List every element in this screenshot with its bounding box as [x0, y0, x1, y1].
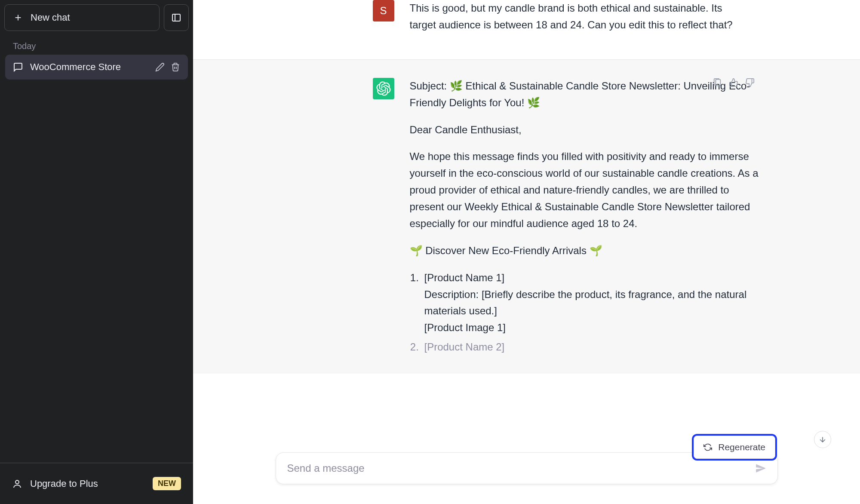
- assistant-body: We hope this message finds you filled wi…: [410, 148, 763, 232]
- feedback-actions: [713, 78, 755, 87]
- arrow-down-icon: [818, 435, 827, 444]
- sidebar-collapse-icon: [171, 12, 181, 23]
- svg-rect-2: [172, 14, 180, 21]
- chat-item-actions: [155, 62, 180, 72]
- product-name: [Product Name 2]: [424, 339, 763, 356]
- chat-icon: [13, 62, 23, 72]
- conversation: S This is good, but my candle brand is b…: [193, 0, 860, 504]
- refresh-icon: [703, 443, 712, 452]
- product-name: [Product Name 1]: [424, 270, 763, 286]
- user-message-content: This is good, but my candle brand is bot…: [410, 0, 746, 44]
- chat-item[interactable]: WooCommerce Store: [5, 55, 188, 80]
- chat-item-title: WooCommerce Store: [30, 61, 148, 73]
- avatar-user: S: [373, 0, 394, 22]
- main: S This is good, but my candle brand is b…: [193, 0, 860, 504]
- svg-rect-5: [716, 79, 720, 86]
- product-image-placeholder: [Product Image 1]: [424, 320, 763, 336]
- avatar-letter: S: [380, 5, 387, 17]
- list-item: [Product Name 1] Description: [Briefly d…: [422, 270, 763, 337]
- upgrade-button[interactable]: Upgrade to Plus NEW: [7, 470, 186, 497]
- chat-list: WooCommerce Store: [0, 55, 193, 463]
- sidebar-bottom: Upgrade to Plus NEW: [0, 463, 193, 504]
- regenerate-wrapper: Regenerate: [694, 436, 775, 459]
- svg-point-4: [15, 480, 19, 484]
- new-chat-label: New chat: [31, 12, 70, 23]
- message-input[interactable]: [287, 462, 755, 474]
- new-chat-button[interactable]: New chat: [4, 4, 160, 31]
- openai-logo-icon: [376, 81, 391, 96]
- list-item: [Product Name 2]: [422, 339, 763, 356]
- sidebar: New chat Today WooCommerce Store: [0, 0, 193, 504]
- assistant-section-header: 🌱 Discover New Eco-Friendly Arrivals 🌱: [410, 243, 763, 259]
- send-button[interactable]: [755, 463, 766, 474]
- message-user: S This is good, but my candle brand is b…: [193, 0, 860, 59]
- assistant-subject: Subject: 🌿 Ethical & Sustainable Candle …: [410, 78, 763, 111]
- copy-icon[interactable]: [713, 78, 722, 87]
- user-text: This is good, but my candle brand is bot…: [410, 0, 746, 34]
- plus-icon: [13, 13, 23, 22]
- sidebar-top: New chat: [0, 0, 193, 35]
- upgrade-label: Upgrade to Plus: [30, 478, 98, 489]
- regenerate-label: Regenerate: [718, 442, 765, 452]
- assistant-message-content: Subject: 🌿 Ethical & Sustainable Candle …: [410, 78, 763, 358]
- regenerate-button[interactable]: Regenerate: [694, 436, 775, 459]
- thumbs-up-icon[interactable]: [729, 78, 738, 87]
- user-icon: [12, 479, 22, 489]
- trash-icon[interactable]: [171, 62, 180, 72]
- new-badge: NEW: [153, 477, 181, 490]
- assistant-greeting: Dear Candle Enthusiast,: [410, 122, 763, 138]
- product-list: [Product Name 1] Description: [Briefly d…: [410, 270, 763, 356]
- collapse-sidebar-button[interactable]: [164, 4, 189, 31]
- thumbs-down-icon[interactable]: [745, 78, 755, 87]
- product-desc: Description: [Briefly describe the produ…: [424, 286, 763, 320]
- edit-icon[interactable]: [155, 62, 165, 72]
- avatar-assistant: [373, 78, 394, 99]
- message-assistant: Subject: 🌿 Ethical & Sustainable Candle …: [193, 59, 860, 374]
- section-label-today: Today: [0, 35, 193, 55]
